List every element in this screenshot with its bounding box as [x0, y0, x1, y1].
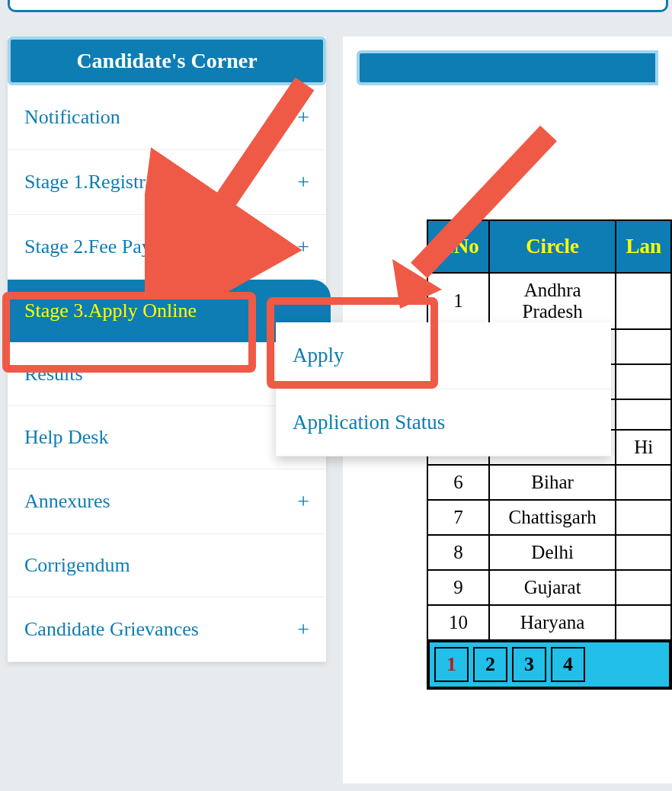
cell-circle: Andhra Pradesh: [489, 273, 616, 329]
cell-circle: Haryana: [489, 605, 616, 640]
table-header-row: S.No Circle Lan: [427, 220, 671, 273]
cell-lan: [616, 273, 671, 329]
page-4-button[interactable]: 4: [551, 647, 585, 682]
sidebar-item-label: Corrigendum: [24, 554, 130, 577]
col-sno: S.No: [427, 220, 489, 273]
sidebar-item-label: Annexures: [24, 490, 110, 513]
cell-lan: [616, 399, 671, 430]
cell-lan: [616, 535, 671, 570]
pagination: 1 2 3 4: [428, 641, 670, 688]
cell-lan: [616, 465, 671, 500]
cell-lan: [616, 364, 671, 399]
sidebar-item-label: Stage 1.Registration: [24, 171, 185, 194]
page-3-button[interactable]: 3: [512, 647, 546, 682]
cell-lan: [616, 500, 671, 535]
table-row: 10 Haryana: [427, 605, 671, 640]
sidebar-item-label: Notification: [24, 106, 120, 129]
apply-online-submenu: Apply Application Status: [276, 322, 611, 456]
cell-sno: 7: [427, 500, 489, 535]
cell-lan: [616, 570, 671, 605]
sidebar-item-stage2-fee-payment[interactable]: Stage 2.Fee Payment +: [8, 215, 326, 280]
cell-lan: [616, 329, 671, 364]
sidebar-item-corrigendum[interactable]: Corrigendum: [8, 534, 326, 597]
plus-icon: +: [297, 617, 309, 642]
sidebar-item-label: Stage 3.Apply Online: [24, 299, 197, 322]
cell-sno: 9: [427, 570, 489, 605]
plus-icon: +: [297, 235, 309, 259]
sidebar-item-label: Results: [24, 363, 83, 386]
sidebar-item-notification[interactable]: Notification +: [8, 85, 326, 150]
page-2-button[interactable]: 2: [473, 647, 507, 682]
cell-sno: 6: [427, 465, 489, 500]
submenu-item-apply[interactable]: Apply: [276, 322, 611, 389]
top-banner-strip: [8, 0, 668, 12]
table-row: 8 Delhi: [427, 535, 671, 570]
col-circle: Circle: [489, 220, 616, 273]
sidebar-item-label: Help Desk: [24, 426, 108, 449]
cell-circle: Delhi: [489, 535, 616, 570]
sidebar-title: Candidate's Corner: [8, 37, 326, 85]
cell-lan: [616, 605, 671, 640]
sidebar-item-label: Candidate Grievances: [24, 618, 199, 641]
table-row: 1 Andhra Pradesh: [427, 273, 671, 329]
main-header-strip: [357, 50, 658, 85]
sidebar-item-annexures[interactable]: Annexures +: [8, 469, 326, 534]
cell-lan: Hi: [616, 430, 671, 465]
plus-icon: +: [297, 489, 309, 514]
cell-sno: 10: [427, 605, 489, 640]
cell-circle: Chattisgarh: [489, 500, 616, 535]
sidebar-item-label: Stage 2.Fee Payment: [24, 235, 191, 258]
plus-icon: +: [297, 105, 309, 130]
table-row: 7 Chattisgarh: [427, 500, 671, 535]
cell-circle: Bihar: [489, 465, 616, 500]
table-row: 6 Bihar: [427, 465, 671, 500]
col-lan: Lan: [616, 220, 671, 273]
submenu-item-application-status[interactable]: Application Status: [276, 389, 611, 456]
cell-circle: Gujarat: [489, 570, 616, 605]
cell-sno: 1: [427, 273, 489, 329]
table-row: 9 Gujarat: [427, 570, 671, 605]
cell-sno: 8: [427, 535, 489, 570]
sidebar-item-candidate-grievances[interactable]: Candidate Grievances +: [8, 597, 326, 662]
plus-icon: +: [297, 170, 309, 194]
page-1-button[interactable]: 1: [434, 647, 469, 682]
sidebar-item-stage1-registration[interactable]: Stage 1.Registration +: [8, 150, 326, 215]
